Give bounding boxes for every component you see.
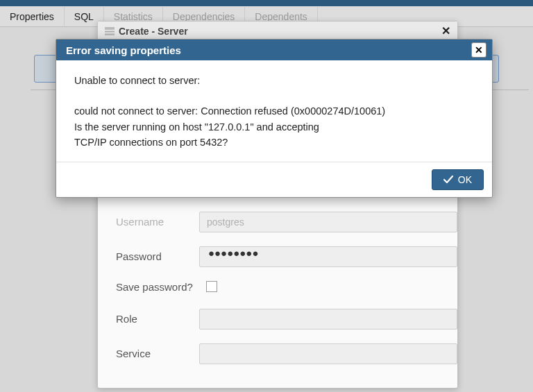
create-server-dialog-header[interactable]: Create - Server ✕ (98, 22, 457, 41)
username-label: Username (116, 216, 199, 228)
error-dialog: Error saving properties ✕ Unable to conn… (56, 39, 493, 198)
password-field[interactable]: ●●●●●●●● (199, 246, 457, 267)
error-dialog-header[interactable]: Error saving properties ✕ (56, 40, 492, 60)
error-line-0: Unable to connect to server: (74, 73, 474, 88)
close-icon[interactable]: ✕ (471, 42, 487, 58)
error-line-3: TCP/IP connections on port 5432? (74, 135, 474, 150)
save-password-label: Save password? (116, 281, 206, 293)
server-icon (105, 27, 115, 35)
error-dialog-title: Error saving properties (66, 44, 181, 56)
error-dialog-footer: OK (56, 162, 492, 197)
error-line-1: could not connect to server: Connection … (74, 103, 474, 119)
password-label: Password (116, 250, 199, 263)
ok-button[interactable]: OK (432, 169, 484, 190)
save-password-checkbox[interactable] (206, 281, 217, 292)
ok-button-label: OK (458, 174, 472, 185)
check-icon (443, 176, 453, 184)
error-dialog-body: Unable to connect to server: could not c… (56, 60, 492, 162)
close-icon[interactable]: ✕ (441, 24, 450, 37)
error-line-2: Is the server running on host "127.0.0.1… (74, 119, 474, 135)
service-field[interactable] (199, 343, 457, 364)
username-field[interactable] (199, 212, 457, 232)
create-server-dialog-title: Create - Server (119, 26, 188, 37)
service-label: Service (116, 348, 199, 360)
role-field[interactable] (199, 309, 457, 330)
role-label: Role (116, 313, 199, 325)
